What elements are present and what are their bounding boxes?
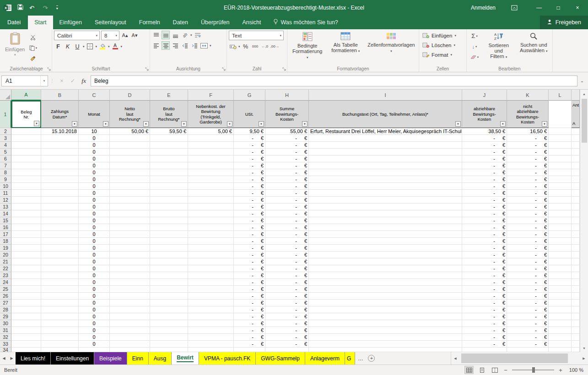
- header-cell-M[interactable]: Ant A: [572, 101, 580, 128]
- cell-D9[interactable]: [110, 176, 150, 183]
- sheet-tab-bewirt[interactable]: Bewirt: [172, 352, 199, 364]
- cell-J13[interactable]: -€: [462, 204, 507, 210]
- row-header-33[interactable]: 33: [0, 341, 11, 348]
- cell-M24[interactable]: [572, 279, 580, 286]
- cell-D28[interactable]: [110, 306, 150, 313]
- cell-M30[interactable]: [572, 320, 580, 327]
- cell-M28[interactable]: [572, 306, 580, 313]
- cell-B10[interactable]: [41, 183, 79, 190]
- share-button[interactable]: Freigeben: [540, 16, 588, 29]
- row-header-4[interactable]: 4: [0, 142, 11, 149]
- cell-I15[interactable]: [309, 217, 462, 224]
- cell-I29[interactable]: [309, 313, 462, 320]
- cell-K7[interactable]: -€: [507, 162, 549, 169]
- cell-D29[interactable]: [110, 313, 150, 320]
- cell-L17[interactable]: [549, 231, 572, 238]
- cell-C27[interactable]: 0: [79, 300, 110, 306]
- cell-K4[interactable]: -€: [507, 142, 549, 149]
- cell-D13[interactable]: [110, 204, 150, 210]
- column-header-E[interactable]: E: [150, 90, 188, 101]
- cell-D26[interactable]: [110, 293, 150, 300]
- cell-A22[interactable]: [11, 265, 41, 272]
- cell-G32[interactable]: -€: [234, 334, 265, 341]
- cell-B23[interactable]: [41, 272, 79, 279]
- ribbon-tab-datei[interactable]: Datei: [0, 16, 28, 29]
- decrease-indent-button[interactable]: [181, 41, 189, 50]
- cell-K3[interactable]: -€: [507, 135, 549, 142]
- copy-button[interactable]: ▾: [27, 43, 39, 52]
- cell-L19[interactable]: [549, 245, 572, 252]
- cell-L16[interactable]: [549, 224, 572, 231]
- cell-D6[interactable]: [110, 155, 150, 162]
- font-color-button[interactable]: A: [111, 42, 119, 51]
- cell-F19[interactable]: [188, 245, 234, 252]
- cell-B29[interactable]: [41, 313, 79, 320]
- cell-L32[interactable]: [549, 334, 572, 341]
- cell-A18[interactable]: [11, 238, 41, 245]
- cell-A2[interactable]: [11, 128, 41, 135]
- filter-dropdown-icon[interactable]: ▾: [181, 121, 187, 127]
- cell-M18[interactable]: [572, 238, 580, 245]
- cell-C6[interactable]: 0: [79, 155, 110, 162]
- cell-F32[interactable]: [188, 334, 234, 341]
- cell-A30[interactable]: [11, 320, 41, 327]
- cell-G9[interactable]: -€: [234, 176, 265, 183]
- cell-L4[interactable]: [549, 142, 572, 149]
- cell-F4[interactable]: [188, 142, 234, 149]
- cell-L3[interactable]: [549, 135, 572, 142]
- column-header-D[interactable]: D: [110, 90, 150, 101]
- header-cell-D[interactable]: Netto laut Rechnung*▾: [110, 101, 150, 128]
- cell-K27[interactable]: -€: [507, 300, 549, 306]
- cell-J25[interactable]: -€: [462, 286, 507, 293]
- cell-I23[interactable]: [309, 272, 462, 279]
- sheet-tab-anlageverm[interactable]: Anlageverm: [305, 352, 345, 364]
- cell-C4[interactable]: 0: [79, 142, 110, 149]
- orientation-button[interactable]: ab: [181, 31, 189, 39]
- cell-M13[interactable]: [572, 204, 580, 210]
- cell-L9[interactable]: [549, 176, 572, 183]
- sheet-nav-right-icon[interactable]: ▶: [8, 352, 16, 364]
- zoom-slider-thumb[interactable]: [532, 367, 535, 373]
- cell-H20[interactable]: -€: [265, 252, 309, 258]
- cell-G3[interactable]: -€: [234, 135, 265, 142]
- sheet-tab-lies-mich-[interactable]: Lies mich!: [16, 352, 51, 364]
- cell-G26[interactable]: -€: [234, 293, 265, 300]
- cell-I14[interactable]: [309, 210, 462, 217]
- cell-I8[interactable]: [309, 169, 462, 176]
- cell-B13[interactable]: [41, 204, 79, 210]
- cell-M21[interactable]: [572, 258, 580, 265]
- cell-M11[interactable]: [572, 190, 580, 197]
- cell-K30[interactable]: -€: [507, 320, 549, 327]
- row-header-21[interactable]: 21: [0, 258, 11, 265]
- cell-I18[interactable]: [309, 238, 462, 245]
- cell-J16[interactable]: -€: [462, 224, 507, 231]
- cell-D7[interactable]: [110, 162, 150, 169]
- cell-H2[interactable]: 55,00 €: [265, 128, 309, 135]
- cell-D14[interactable]: [110, 210, 150, 217]
- column-header-L[interactable]: L: [549, 90, 572, 101]
- header-cell-F[interactable]: Nebenkost. der Bewirtung (Trinkgeld, Gar…: [188, 101, 234, 128]
- cell-A21[interactable]: [11, 258, 41, 265]
- cell-J32[interactable]: -€: [462, 334, 507, 341]
- cell-J14[interactable]: -€: [462, 210, 507, 217]
- fill-handle[interactable]: [39, 126, 41, 128]
- cell-J17[interactable]: -€: [462, 231, 507, 238]
- cell-I9[interactable]: [309, 176, 462, 183]
- cell-L28[interactable]: [549, 306, 572, 313]
- row-header-31[interactable]: 31: [0, 327, 11, 334]
- cell-F20[interactable]: [188, 252, 234, 258]
- cell-H31[interactable]: -€: [265, 327, 309, 334]
- column-header-C[interactable]: C: [79, 90, 110, 101]
- cell-I22[interactable]: [309, 265, 462, 272]
- cell-L15[interactable]: [549, 217, 572, 224]
- row-header-25[interactable]: 25: [0, 286, 11, 293]
- cell-I4[interactable]: [309, 142, 462, 149]
- cell-F7[interactable]: [188, 162, 234, 169]
- ribbon-display-options-icon[interactable]: [507, 5, 521, 11]
- cell-E7[interactable]: [150, 162, 188, 169]
- comma-style-button[interactable]: 000: [251, 42, 259, 51]
- cell-F15[interactable]: [188, 217, 234, 224]
- cell-J33[interactable]: -€: [462, 341, 507, 348]
- formula-bar-drag-handle[interactable]: ⋮: [48, 78, 56, 83]
- ribbon-tab-daten[interactable]: Daten: [167, 16, 194, 29]
